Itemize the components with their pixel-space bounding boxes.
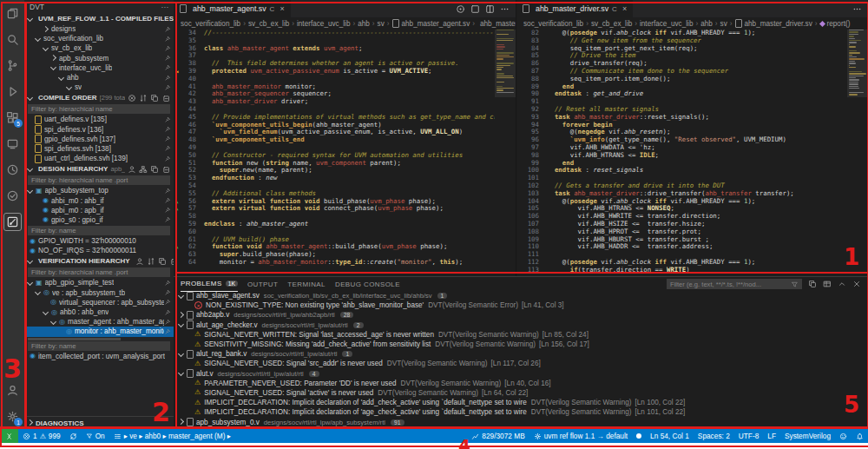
problems-file-row[interactable]: ahb_slave_agent.svsoc_verification_lib/s… bbox=[174, 291, 868, 300]
chevron-up-icon[interactable] bbox=[838, 280, 846, 288]
chevron-right-icon[interactable] bbox=[178, 312, 184, 318]
pin-icon[interactable] bbox=[164, 126, 171, 133]
chevron-down-icon[interactable] bbox=[43, 308, 49, 314]
chevron-down-icon[interactable] bbox=[50, 64, 56, 70]
chevron-right-icon[interactable] bbox=[50, 55, 56, 61]
panel-tab-problems[interactable]: PROBLEMS1K bbox=[181, 277, 238, 292]
compiled-files-item[interactable]: ahb bbox=[24, 73, 174, 83]
code-area[interactable]: 82 @(posedge vif.ahb_clock iff vif.AHB_H… bbox=[516, 30, 847, 276]
chevron-right-icon[interactable] bbox=[178, 419, 184, 425]
status-hierarchy-breadcrumb[interactable]: ▸ ve ▸ ahb0 ▸ master_agent (M) ▸ bbox=[109, 429, 235, 443]
chevron-down-icon[interactable] bbox=[66, 84, 72, 90]
verification-port-filter[interactable]: Filter by: name bbox=[28, 341, 170, 351]
breadcrumb-item[interactable]: ahb_master_agent bbox=[480, 20, 516, 28]
code-area[interactable]: 34//------------------------------------… bbox=[174, 30, 495, 276]
verification-hierarchy-header[interactable]: VERIFICATION HIERARCHYapb_gpio_... bbox=[24, 255, 174, 267]
chevron-down-icon[interactable] bbox=[43, 45, 49, 51]
minimap[interactable] bbox=[847, 30, 868, 276]
verification-hierarchy-filter[interactable]: Filter by: hierarchical name .port bbox=[28, 267, 170, 277]
collapse-all-icon[interactable] bbox=[161, 94, 170, 102]
chevron-down-icon[interactable] bbox=[27, 258, 33, 264]
problems-file-row[interactable]: ahb2apb.vdesigns/socv/rtl/rtl_lpw/ahb2ap… bbox=[174, 310, 868, 320]
compiled-files-item[interactable]: soc_verification_lib bbox=[24, 34, 174, 43]
design-hierarchy-filter[interactable]: Filter by: hierarchical name .port bbox=[28, 175, 170, 185]
duplicate-icon[interactable] bbox=[158, 257, 167, 266]
verification-hierarchy-item[interactable]: ◎monitor : ahb_master_monitor bbox=[24, 327, 174, 336]
problems-file-row[interactable]: alut.vdesigns/socv/rtl/rtl_lpw/alut/rtl4 bbox=[174, 369, 868, 379]
problem-row[interactable]: ✕NON_EXISTING_TYPE: Non existing type 'a… bbox=[174, 300, 868, 310]
compile-order-item[interactable]: uart_defines.v [135] bbox=[24, 115, 174, 124]
verification-hierarchy-item[interactable]: ◎virtual_sequencer : apb_subsystem_virtu… bbox=[24, 298, 174, 307]
problems-file-row[interactable]: apb_subsystem_0.vdesigns/socv/rtl/rtl_lp… bbox=[174, 417, 868, 426]
verification-hierarchy-item[interactable]: ◎ve : apb_subsystem_tb bbox=[24, 288, 174, 298]
pin-icon[interactable] bbox=[164, 280, 171, 287]
problems-filter-input[interactable]: Filter (e.g. text, **/*.ts, !**/nod... bbox=[667, 279, 802, 289]
compiled-files-item[interactable]: sv bbox=[24, 83, 174, 92]
activity-dvt-icon[interactable] bbox=[0, 208, 24, 234]
design-parameter-item[interactable]: ◉GPIO_WIDTH = 32'h00000010 bbox=[24, 236, 174, 246]
tab-ahb_master_agent.sv[interactable]: ahb_master_agent.svC× bbox=[174, 0, 291, 17]
breadcrumb[interactable]: soc_verification_lib›sv_cb_ex_lib›interf… bbox=[174, 17, 516, 30]
encoding[interactable]: UTF-8 bbox=[734, 429, 764, 443]
chevron-down-icon[interactable] bbox=[178, 351, 184, 357]
duplicate-icon[interactable] bbox=[150, 94, 159, 102]
breadcrumb-item[interactable]: interface_uvc_lib bbox=[297, 20, 350, 28]
design-hierarchy-item[interactable]: ◉apbi_m0 : apb_if bbox=[24, 206, 174, 215]
split-editor-icon[interactable] bbox=[485, 4, 495, 14]
breadcrumb[interactable]: soc_verification_lib›sv_cb_ex_lib›interf… bbox=[516, 17, 868, 30]
pin-icon[interactable] bbox=[164, 64, 171, 71]
duplicate-icon[interactable] bbox=[150, 165, 159, 174]
dvt-status-icon[interactable] bbox=[632, 429, 646, 443]
compiled-files-item[interactable]: sv_cb_ex_lib bbox=[24, 43, 174, 53]
panel-tab-output[interactable]: OUTPUT bbox=[247, 277, 278, 291]
compile-order-item[interactable]: spi_defines.svh [138] bbox=[24, 144, 174, 154]
memory-usage[interactable]: 829/3072 MB bbox=[467, 429, 529, 443]
problem-row[interactable]: ⚠SIGNAL_NEVER_WRITTEN: Signal 'last_acce… bbox=[174, 330, 868, 340]
problem-row[interactable]: ⚠IMPLICIT_DECLARATION: Implicit declarat… bbox=[174, 398, 868, 407]
panel-tab-terminal[interactable]: TERMINAL bbox=[287, 277, 326, 291]
pin-icon[interactable] bbox=[164, 155, 171, 162]
close-icon[interactable] bbox=[852, 280, 861, 288]
compiled-files-item[interactable]: apb_subsystem bbox=[24, 54, 174, 63]
reorder-icon[interactable] bbox=[147, 257, 155, 266]
pin-icon[interactable] bbox=[164, 299, 171, 306]
compiled-files-item[interactable]: designs bbox=[24, 24, 174, 34]
compile-order-header[interactable]: COMPILE ORDER[299 total, 227 uniqu... bbox=[24, 92, 174, 103]
collapse-all-icon[interactable] bbox=[161, 165, 170, 174]
breadcrumb-item[interactable]: interface_uvc_lib bbox=[640, 20, 693, 28]
chevron-down-icon[interactable] bbox=[178, 293, 184, 299]
design-hierarchy-item[interactable]: ◉gpio_s0 : gpio_if bbox=[24, 215, 174, 225]
activity-source-control-icon[interactable] bbox=[0, 52, 24, 78]
language-mode[interactable]: SystemVerilog bbox=[780, 429, 835, 443]
chevron-down-icon[interactable] bbox=[27, 15, 33, 21]
problems-file-row[interactable]: alut_reg_bank.vdesigns/socv/rtl/rtl_lpw/… bbox=[174, 349, 868, 359]
pin-icon[interactable] bbox=[164, 289, 171, 296]
activity-settings-gear-icon[interactable]: 1 bbox=[0, 403, 24, 429]
more-actions-icon[interactable] bbox=[852, 4, 862, 14]
breadcrumb-item[interactable]: sv_cb_ex_lib bbox=[591, 20, 632, 28]
verification-hierarchy-item[interactable]: ◎ahb0 : ahb_env bbox=[24, 307, 174, 317]
chevron-down-icon[interactable] bbox=[58, 74, 64, 80]
breadcrumb-item[interactable]: report() bbox=[827, 20, 851, 28]
pin-icon[interactable] bbox=[164, 145, 171, 152]
verification-hierarchy-item[interactable]: ◎master_agent : ahb_master_agent bbox=[24, 317, 174, 327]
pin-icon[interactable] bbox=[164, 188, 171, 195]
pin-icon[interactable] bbox=[164, 207, 171, 214]
chevron-down-icon[interactable] bbox=[35, 36, 41, 42]
activity-search-icon[interactable] bbox=[0, 26, 24, 52]
sitemap-icon[interactable] bbox=[139, 165, 148, 174]
compile-order-filter[interactable]: Filter by: hierarchical name bbox=[28, 104, 170, 114]
compiled-files-item[interactable]: interface_uvc_lib bbox=[24, 63, 174, 73]
target-icon[interactable] bbox=[456, 4, 465, 14]
problem-row[interactable]: ⚠IMPLICIT_DECLARATION: Implicit declarat… bbox=[174, 407, 868, 417]
breadcrumb-item[interactable]: soc_verification_lib bbox=[181, 20, 240, 28]
person-icon[interactable] bbox=[128, 165, 136, 174]
square-icon[interactable] bbox=[470, 4, 480, 14]
activity-extensions-icon[interactable]: 5 bbox=[0, 104, 24, 130]
problem-row[interactable]: ⚠SIGNAL_NEVER_USED: Signal 'active' is n… bbox=[174, 388, 868, 398]
chevron-right-icon[interactable] bbox=[43, 26, 49, 32]
sync-icon[interactable] bbox=[65, 429, 82, 443]
pin-icon[interactable] bbox=[164, 75, 171, 82]
breadcrumb-item[interactable]: sv_cb_ex_lib bbox=[248, 20, 289, 28]
pin-icon[interactable] bbox=[164, 197, 171, 204]
